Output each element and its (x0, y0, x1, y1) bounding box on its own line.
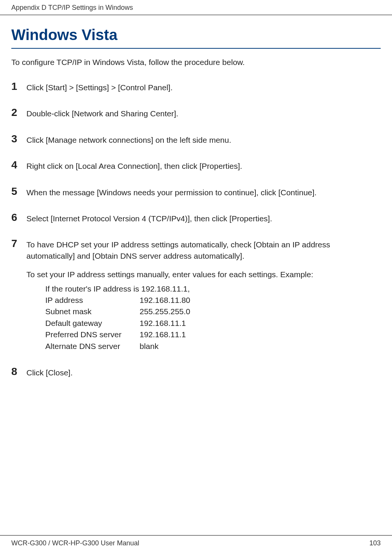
ip-row: Subnet mask 255.255.255.0 (45, 306, 381, 317)
section-title: Windows Vista (11, 26, 381, 49)
step-number: 1 (11, 80, 26, 93)
ip-example-intro-text: If the router's IP address is 192.168.11… (45, 283, 190, 295)
step-5: 5 When the message [Windows needs your p… (11, 185, 381, 198)
step7-para1: To have DHCP set your IP address setting… (26, 239, 381, 261)
step-2: 2 Double-click [Network and Sharing Cent… (11, 106, 381, 119)
page-footer: WCR-G300 / WCR-HP-G300 User Manual 103 (0, 535, 392, 551)
ip-row: Preferred DNS server 192.168.11.1 (45, 329, 381, 340)
ip-label: Default gateway (45, 318, 140, 329)
step-text: To have DHCP set your IP address setting… (26, 238, 381, 352)
step7-para2: To set your IP address settings manually… (26, 269, 381, 280)
ip-row: Alternate DNS server blank (45, 341, 381, 352)
ip-value: 192.168.11.1 (140, 329, 381, 340)
step-text: Click [Start] > [Settings] > [Control Pa… (26, 80, 173, 93)
footer-left: WCR-G300 / WCR-HP-G300 User Manual (11, 539, 139, 547)
step-text: Right click on [Local Area Connection], … (26, 159, 242, 171)
step-3: 3 Click [Manage network connections] on … (11, 133, 381, 145)
ip-example-intro: If the router's IP address is 192.168.11… (45, 283, 381, 295)
ip-row: IP address 192.168.11.80 (45, 295, 381, 306)
step-1: 1 Click [Start] > [Settings] > [Control … (11, 80, 381, 93)
header-text: Appendix D TCP/IP Settings in Windows (11, 4, 133, 11)
ip-value: 192.168.11.80 (140, 295, 381, 306)
ip-row: Default gateway 192.168.11.1 (45, 318, 381, 329)
step-number: 8 (11, 366, 26, 378)
content-area: Windows Vista To configure TCP/IP in Win… (0, 15, 392, 378)
step-6: 6 Select [Internet Protocol Version 4 (T… (11, 211, 381, 224)
ip-label: Subnet mask (45, 306, 140, 317)
ip-example-block: If the router's IP address is 192.168.11… (26, 283, 381, 352)
step-7: 7 To have DHCP set your IP address setti… (11, 238, 381, 352)
step-4: 4 Right click on [Local Area Connection]… (11, 159, 381, 171)
ip-label: IP address (45, 295, 140, 306)
step-number: 4 (11, 159, 26, 171)
step-number: 7 (11, 238, 26, 250)
step-8: 8 Click [Close]. (11, 366, 381, 378)
step-text: Select [Internet Protocol Version 4 (TCP… (26, 211, 272, 224)
ip-value: 255.255.255.0 (140, 306, 381, 317)
step-text: Click [Close]. (26, 366, 73, 378)
footer-page-number: 103 (369, 539, 381, 547)
step-number: 3 (11, 133, 26, 145)
step-number: 2 (11, 106, 26, 119)
ip-label: Preferred DNS server (45, 329, 140, 340)
step-text: Click [Manage network connections] on th… (26, 133, 231, 145)
step-number: 5 (11, 185, 26, 198)
page-header: Appendix D TCP/IP Settings in Windows (0, 0, 392, 15)
ip-label: Alternate DNS server (45, 341, 140, 352)
step-text: When the message [Windows needs your per… (26, 185, 317, 198)
ip-value: blank (140, 341, 381, 352)
intro-text: To configure TCP/IP in Windows Vista, fo… (11, 58, 381, 67)
ip-value: 192.168.11.1 (140, 318, 381, 329)
step-text: Double-click [Network and Sharing Center… (26, 106, 178, 119)
step-number: 6 (11, 211, 26, 224)
